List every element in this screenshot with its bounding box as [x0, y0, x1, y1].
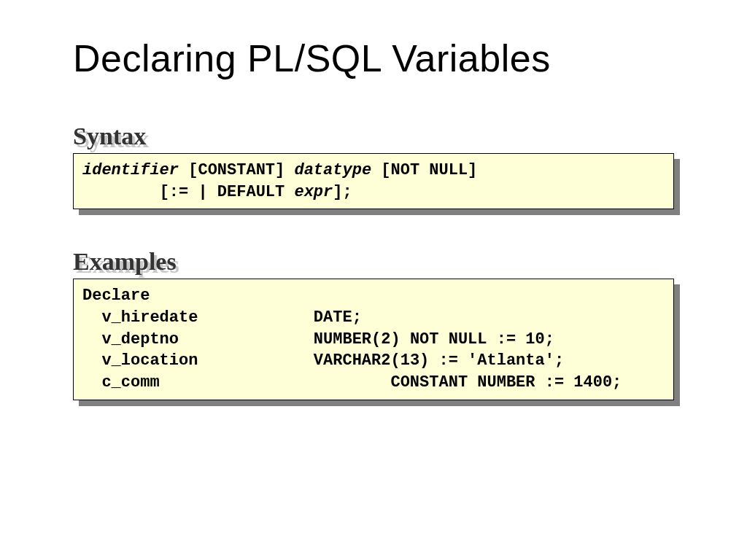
code-line: v_hiredate DATE;: [82, 308, 362, 327]
code-line: v_location VARCHAR2(13) := 'Atlanta';: [82, 351, 564, 370]
syntax-notnull: [NOT NULL]: [371, 161, 497, 179]
examples-code: Declare v_hiredate DATE; v_deptno NUMBER…: [73, 279, 674, 400]
syntax-datatype: datatype: [294, 161, 371, 179]
syntax-l2-lead: [:= | DEFAULT: [82, 183, 294, 201]
syntax-box-wrap: identifier [CONSTANT] datatype [NOT NULL…: [73, 153, 674, 209]
syntax-code: identifier [CONSTANT] datatype [NOT NULL…: [73, 153, 674, 209]
syntax-constant: [CONSTANT]: [179, 161, 294, 179]
code-line: c_comm CONSTANT NUMBER := 1400;: [82, 373, 651, 392]
syntax-identifier: identifier: [82, 161, 179, 179]
slide-title: Declaring PL/SQL Variables: [73, 36, 674, 80]
examples-box-wrap: Declare v_hiredate DATE; v_deptno NUMBER…: [73, 279, 674, 400]
code-line: Declare: [82, 287, 150, 305]
syntax-l2-tail: ];: [333, 183, 352, 201]
slide: Declaring PL/SQL Variables Syntax Syntax…: [0, 0, 747, 560]
syntax-expr: expr: [294, 183, 333, 201]
code-line: v_deptno NUMBER(2) NOT NULL := 10;: [82, 330, 554, 349]
examples-label: Examples Examples: [73, 249, 674, 274]
syntax-label: Syntax Syntax: [73, 124, 674, 149]
